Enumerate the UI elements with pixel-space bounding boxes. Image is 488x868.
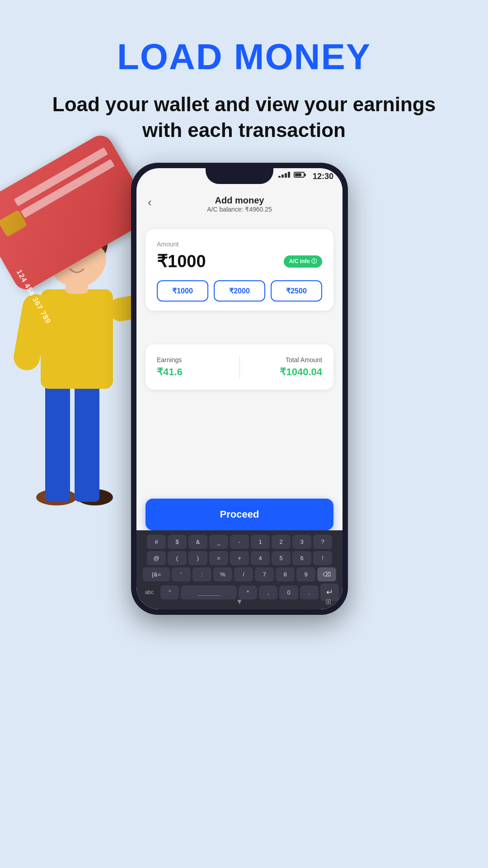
key-quote[interactable]: ' xyxy=(172,567,191,581)
status-bar-time: 12:30 xyxy=(313,172,333,181)
phone-mockup: 12:30 ‹ Add money A/C balance: ₹4960.25 … xyxy=(131,163,348,615)
key-1[interactable]: 1 xyxy=(251,535,270,549)
earnings-label: Earnings xyxy=(157,356,230,363)
total-value: ₹1040.04 xyxy=(249,366,323,378)
keyboard-row-2: @ ( ) = + 4 5 6 ! xyxy=(140,551,339,565)
svg-rect-2 xyxy=(45,380,70,502)
illustration-area: 124 456 367 789 xyxy=(0,163,488,868)
page-title: LOAD MONEY xyxy=(0,0,488,78)
earnings-right: Total Amount ₹1040.04 xyxy=(249,356,323,378)
key-rparen[interactable]: ) xyxy=(188,551,207,565)
amount-label: Amount xyxy=(157,241,322,248)
amount-row: ₹1000 A/C info ⓘ xyxy=(157,251,322,271)
key-underscore[interactable]: _ xyxy=(209,535,228,549)
keyboard: # $ & _ - 1 2 3 ? @ ( ) = + 4 xyxy=(136,530,343,609)
key-star[interactable]: * xyxy=(239,585,257,599)
amount-value: ₹1000 xyxy=(157,251,206,271)
key-ampersand[interactable]: & xyxy=(188,535,207,549)
phone-notch xyxy=(206,168,273,184)
signal-icon xyxy=(278,172,290,178)
amount-option-2500[interactable]: ₹2500 xyxy=(271,280,322,302)
back-button[interactable]: ‹ xyxy=(148,195,152,209)
key-abc[interactable]: abc xyxy=(140,585,159,599)
key-6[interactable]: 6 xyxy=(292,551,311,565)
header-title: Add money xyxy=(136,195,343,206)
amount-option-2000[interactable]: ₹2000 xyxy=(214,280,265,302)
earnings-divider xyxy=(239,356,240,378)
key-5[interactable]: 5 xyxy=(272,551,291,565)
key-slash[interactable]: / xyxy=(234,567,253,581)
total-label: Total Amount xyxy=(249,356,323,363)
earnings-section: Earnings ₹41.6 Total Amount ₹1040.04 xyxy=(145,344,333,390)
earnings-left: Earnings ₹41.6 xyxy=(157,356,230,378)
header-subtitle: A/C balance: ₹4960.25 xyxy=(136,206,343,213)
keyboard-row-1: # $ & _ - 1 2 3 ? xyxy=(140,535,339,549)
key-plus[interactable]: + xyxy=(230,551,249,565)
key-delete[interactable]: ⌫ xyxy=(317,567,336,581)
key-comma[interactable]: , xyxy=(259,585,277,599)
key-dquote[interactable]: " xyxy=(160,585,179,599)
key-4[interactable]: 4 xyxy=(251,551,270,565)
page-subtitle: Load your wallet and view your earnings … xyxy=(0,78,488,143)
key-0[interactable]: 0 xyxy=(279,585,298,599)
amount-option-1000[interactable]: ₹1000 xyxy=(157,280,208,302)
battery-icon xyxy=(294,172,305,178)
app-header: ‹ Add money A/C balance: ₹4960.25 xyxy=(136,191,343,217)
key-dot[interactable]: . xyxy=(300,585,319,599)
svg-rect-4 xyxy=(41,289,113,389)
keyboard-chevron[interactable]: ▼ xyxy=(236,598,243,606)
key-2[interactable]: 2 xyxy=(272,535,291,549)
amount-options: ₹1000 ₹2000 ₹2500 xyxy=(157,280,322,302)
key-percent[interactable]: % xyxy=(213,567,232,581)
svg-rect-3 xyxy=(75,380,99,502)
key-7[interactable]: 7 xyxy=(255,567,274,581)
key-8[interactable]: 8 xyxy=(276,567,295,581)
key-9[interactable]: 9 xyxy=(296,567,315,581)
key-space[interactable]: _______ xyxy=(181,585,237,599)
key-symbols[interactable]: {&= xyxy=(143,567,170,581)
keyboard-row-3: {&= ' : % / 7 8 9 ⌫ xyxy=(140,567,339,581)
key-dollar[interactable]: $ xyxy=(168,535,187,549)
ac-info-badge[interactable]: A/C info ⓘ xyxy=(284,255,322,268)
key-at[interactable]: @ xyxy=(147,551,166,565)
keyboard-grid-icon[interactable]: ⊞ xyxy=(325,597,331,606)
key-exclaim[interactable]: ! xyxy=(313,551,332,565)
key-3[interactable]: 3 xyxy=(292,535,311,549)
key-equals[interactable]: = xyxy=(209,551,228,565)
key-colon[interactable]: : xyxy=(192,567,211,581)
phone-screen: 12:30 ‹ Add money A/C balance: ₹4960.25 … xyxy=(136,168,343,609)
key-lparen[interactable]: ( xyxy=(168,551,187,565)
proceed-button[interactable]: Proceed xyxy=(145,499,333,530)
key-question[interactable]: ? xyxy=(313,535,332,549)
key-minus[interactable]: - xyxy=(230,535,249,549)
earnings-value: ₹41.6 xyxy=(157,366,230,378)
amount-card: Amount ₹1000 A/C info ⓘ ₹1000 ₹2000 ₹250… xyxy=(145,229,333,311)
key-hash[interactable]: # xyxy=(147,535,166,549)
